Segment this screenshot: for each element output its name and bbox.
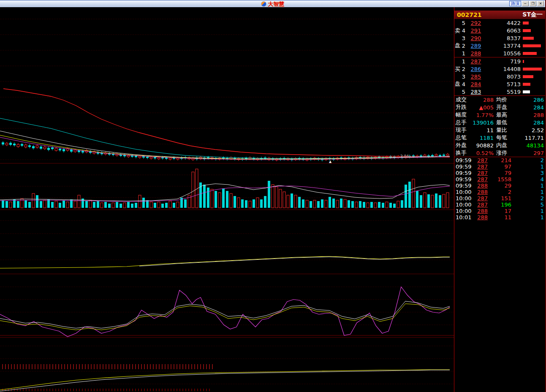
tick-volume: 29	[488, 182, 511, 189]
stock-name[interactable]: ST金一	[522, 11, 543, 19]
close-button[interactable]: ✕	[537, 1, 544, 6]
titlebar[interactable]: 大智慧 路演 ─ ❐ ✕	[0, 0, 545, 7]
stat-label: 幅度	[456, 111, 468, 119]
stat-label: 均价	[496, 96, 509, 103]
stat-row: 总笔1181每笔117.71	[454, 134, 545, 142]
tick-count: 4	[511, 176, 544, 182]
buy-level-row: 228614408	[461, 65, 545, 73]
depth-bar	[523, 29, 531, 32]
level-volume: 6063	[485, 27, 521, 34]
tick-price[interactable]: 287	[473, 157, 488, 163]
stock-header: 002721 ST金一	[454, 11, 545, 19]
level-price[interactable]: 283	[467, 89, 485, 95]
kline-chart-panel[interactable]: 2.04▲	[0, 11, 454, 163]
level-volume: 10556	[485, 50, 521, 57]
depth-bar-track	[521, 22, 545, 24]
sell-char: 卖	[455, 27, 460, 35]
maximize-button[interactable]: ❐	[530, 1, 536, 6]
level-price[interactable]: 288	[467, 50, 485, 57]
stat-label: 总笔	[456, 134, 468, 142]
minimize-button[interactable]: ─	[522, 1, 529, 6]
level-price[interactable]: 286	[467, 66, 485, 72]
level-volume: 719	[485, 58, 521, 65]
stat-value: 288	[468, 97, 494, 103]
indicator-panel-2[interactable]	[0, 274, 454, 338]
tick-time: 10:00	[456, 189, 473, 195]
tick-row: 09:59287971	[454, 163, 545, 170]
depth-bar-track	[521, 37, 545, 40]
app-title-group: 大智慧	[261, 1, 285, 7]
tick-row: 09:59288291	[454, 182, 545, 189]
tick-price[interactable]: 287	[473, 201, 488, 208]
stats-rows: 成交288均价286升跌▲005开盘284幅度1.77%最高288总手13901…	[454, 96, 545, 157]
stat-label: 涨停	[496, 149, 509, 157]
buy-level-row: 42845713	[461, 80, 545, 88]
stat-row: 总手139016最低284	[454, 119, 545, 126]
buy-side-label: 买 盘	[454, 57, 461, 95]
level-index: 3	[461, 74, 467, 80]
tick-price[interactable]: 288	[473, 214, 488, 220]
level-volume: 13774	[485, 43, 521, 49]
stat-label: 内盘	[496, 142, 509, 149]
buy-level-row: 52835519	[461, 88, 545, 95]
depth-bar-track	[521, 52, 545, 55]
depth-bar-track	[521, 90, 545, 93]
tick-price[interactable]: 287	[473, 170, 488, 176]
stat-value: 286	[509, 97, 544, 103]
tick-row: 10:002871965	[454, 201, 545, 208]
indicator-panel-3[interactable]	[0, 338, 454, 392]
tick-price[interactable]: 287	[473, 176, 488, 182]
stat-value: 139016	[468, 120, 494, 126]
sell-level-row: 42916063	[461, 27, 545, 34]
level-index: 4	[461, 81, 467, 87]
stat-value: 288	[509, 112, 544, 118]
stat-value: 0.52%	[468, 150, 494, 156]
stat-label: 每笔	[496, 134, 509, 142]
stat-label: 最高	[496, 111, 509, 119]
level-price[interactable]: 285	[467, 74, 485, 80]
roadshow-button[interactable]: 路演	[509, 1, 521, 6]
tick-count: 2	[511, 195, 544, 201]
stat-label: 开盘	[496, 103, 509, 111]
volume-chart-panel[interactable]	[0, 163, 454, 210]
level-price[interactable]: 291	[467, 27, 485, 34]
buy-levels: 1287719228614408328580734284571352835519	[461, 57, 545, 95]
depth-bar	[523, 22, 529, 24]
stat-label: 最低	[496, 119, 509, 126]
level-volume: 14408	[485, 66, 521, 72]
level-price[interactable]: 292	[467, 20, 485, 26]
depth-bar-track	[521, 68, 545, 71]
tick-volume: 196	[488, 201, 511, 208]
tick-time: 10:00	[456, 208, 473, 214]
depth-bar	[523, 37, 534, 40]
tick-row: 10:00288171	[454, 208, 545, 214]
tick-price[interactable]: 288	[473, 189, 488, 195]
level-price[interactable]: 287	[467, 58, 485, 65]
tick-count: 2	[511, 157, 544, 163]
stat-value: ▲005	[468, 104, 494, 111]
level-price[interactable]: 289	[467, 43, 485, 49]
stat-row: 成交288均价286	[454, 96, 545, 103]
stat-row: 外盘90882内盘48134	[454, 142, 545, 149]
quote-top-spacer	[454, 7, 545, 11]
stat-value: 297	[509, 150, 544, 156]
stock-code[interactable]: 002721	[457, 11, 481, 18]
tick-price[interactable]: 287	[473, 163, 488, 170]
stat-label: 成交	[456, 96, 468, 103]
stat-row: 升跌▲005开盘284	[454, 103, 545, 111]
level-price[interactable]: 290	[467, 35, 485, 41]
level-index: 1	[461, 58, 467, 65]
tick-price[interactable]: 287	[473, 195, 488, 201]
tick-volume: 1558	[488, 176, 511, 182]
stat-value: 1181	[468, 135, 494, 141]
level-volume: 8073	[485, 74, 521, 80]
stat-label: 总手	[456, 119, 468, 126]
stat-label: 换手	[456, 149, 468, 157]
level-volume: 5519	[485, 89, 521, 95]
level-price[interactable]: 284	[467, 81, 485, 87]
tick-price[interactable]: 288	[473, 208, 488, 214]
stat-value: 48134	[509, 142, 544, 149]
indicator-panel-1[interactable]	[0, 210, 454, 274]
tick-price[interactable]: 288	[473, 182, 488, 189]
tick-row: 10:002871512	[454, 195, 545, 201]
